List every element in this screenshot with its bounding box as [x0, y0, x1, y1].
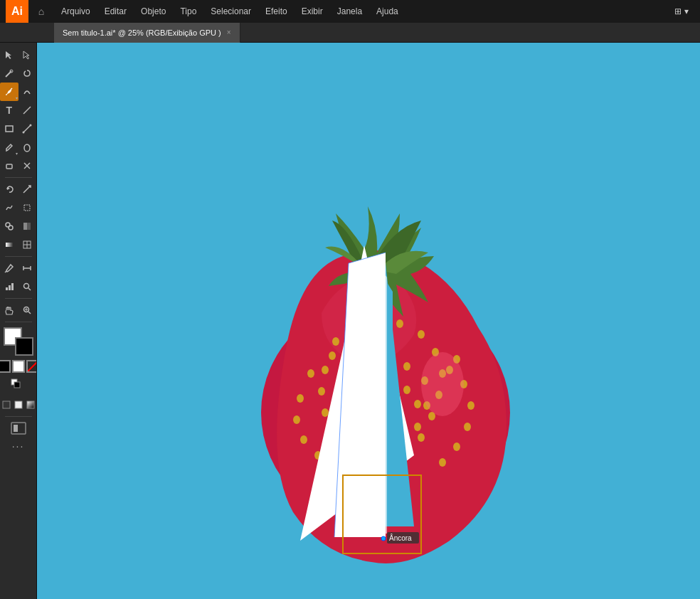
menu-exibir[interactable]: Exibir [295, 0, 330, 23]
shapebuilder-tools-row [0, 217, 36, 235]
live-paint-tool[interactable] [18, 217, 37, 235]
direct-select-tool[interactable] [18, 46, 37, 64]
pencil-tool[interactable]: ▾ [0, 138, 18, 157]
svg-line-5 [23, 125, 31, 132]
eraser-tools-row [0, 157, 36, 175]
tab-close-button[interactable]: × [227, 28, 231, 36]
tab-bar: Sem titulo-1.ai* @ 25% (RGB/Exibição GPU… [0, 23, 700, 43]
divider2 [5, 256, 32, 257]
svg-line-30 [28, 288, 31, 290]
measure-tool[interactable] [18, 259, 37, 277]
divider4 [5, 322, 32, 322]
line-tool[interactable] [18, 101, 37, 120]
none-color-box[interactable] [26, 360, 38, 373]
pen-tool[interactable]: ▾ [0, 83, 18, 101]
svg-point-48 [418, 330, 425, 339]
chart-tools-row [0, 277, 36, 296]
stroke-color[interactable] [15, 337, 33, 356]
lasso-tool[interactable] [18, 64, 37, 83]
svg-rect-26 [6, 287, 8, 290]
blob-brush-tool[interactable] [18, 138, 37, 157]
main-canvas: Âncora [37, 43, 700, 599]
black-square[interactable] [0, 396, 12, 414]
svg-rect-28 [11, 283, 14, 290]
svg-point-44 [332, 337, 339, 346]
eraser-tool[interactable] [0, 157, 18, 175]
svg-point-79 [403, 386, 410, 394]
menu-objeto[interactable]: Objeto [134, 0, 173, 23]
zoom-tool2[interactable] [18, 301, 37, 319]
document-tab[interactable]: Sem titulo-1.ai* @ 25% (RGB/Exibição GPU… [54, 23, 240, 43]
svg-point-6 [23, 132, 25, 134]
menubar: Arquivo Editar Objeto Tipo Selecionar Ef… [51, 0, 405, 23]
menu-janela[interactable]: Janela [330, 0, 369, 23]
chevron-icon: ▾ [684, 6, 689, 16]
shape-tools-row [0, 120, 36, 138]
free-transform-tool[interactable] [18, 198, 37, 217]
svg-point-82 [467, 401, 474, 410]
shape-builder-tool[interactable] [0, 217, 18, 235]
svg-point-83 [464, 423, 471, 431]
gradient-square[interactable] [24, 396, 36, 414]
rotate-tool[interactable] [0, 180, 18, 198]
menu-selecionar[interactable]: Selecionar [203, 0, 258, 23]
rectangle-tool[interactable] [0, 120, 18, 138]
type-tool[interactable]: T [0, 101, 18, 120]
gradient-tool[interactable] [0, 235, 18, 254]
symbol-tool[interactable] [9, 419, 28, 438]
eyedropper-tool[interactable] [0, 259, 18, 277]
svg-point-66 [403, 362, 410, 371]
svg-point-47 [396, 319, 403, 328]
scale-tool[interactable] [18, 180, 37, 198]
select-tools-row [0, 46, 36, 64]
svg-point-60 [318, 387, 325, 396]
svg-rect-38 [15, 401, 22, 408]
extra-tools-row1 [0, 377, 36, 396]
menu-editar[interactable]: Editar [97, 0, 134, 23]
svg-point-96 [381, 536, 386, 541]
grid-icon-area[interactable]: ⊞ ▾ [674, 6, 694, 16]
curvature-tool[interactable] [18, 83, 37, 101]
svg-point-88 [297, 394, 304, 403]
zoom-tool[interactable] [18, 277, 37, 296]
svg-rect-41 [14, 425, 18, 432]
svg-point-62 [329, 351, 336, 360]
pen-tools-row: ▾ [0, 83, 36, 101]
color-swatches[interactable] [2, 326, 35, 357]
menu-tipo[interactable]: Tipo [173, 0, 203, 23]
mesh-tool[interactable] [18, 235, 37, 254]
svg-point-9 [24, 144, 30, 152]
select-tool[interactable] [0, 46, 18, 64]
svg-rect-36 [14, 382, 20, 388]
menu-arquivo[interactable]: Arquivo [54, 0, 97, 23]
canvas-area[interactable]: Âncora [37, 43, 700, 599]
svg-point-93 [421, 352, 464, 416]
color-mode-icon[interactable] [9, 377, 28, 396]
extra-tools-row2 [0, 396, 36, 414]
stroke-box-white[interactable] [12, 360, 25, 373]
svg-rect-27 [9, 285, 11, 290]
svg-text:Âncora: Âncora [389, 534, 412, 542]
svg-rect-13 [24, 205, 30, 211]
magic-wand-tool[interactable] [0, 64, 18, 83]
scissors-tool[interactable] [18, 157, 37, 175]
svg-point-90 [300, 435, 307, 444]
svg-line-8 [11, 144, 12, 146]
warp-tool[interactable] [0, 198, 18, 217]
white-square[interactable] [12, 396, 24, 414]
divider5 [5, 416, 32, 417]
stroke-box-black[interactable] [0, 360, 11, 373]
title-bar: Ai ⌂ Arquivo Editar Objeto Tipo Selecion… [0, 0, 700, 23]
hand-tool[interactable] [0, 301, 18, 319]
svg-point-15 [9, 226, 13, 230]
menu-efeito[interactable]: Efeito [258, 0, 295, 23]
home-icon[interactable]: ⌂ [31, 1, 51, 21]
svg-line-2 [11, 88, 12, 90]
chart-tool[interactable] [0, 277, 18, 296]
ai-logo: Ai [6, 0, 28, 23]
shape-tool2[interactable] [18, 120, 37, 138]
svg-line-32 [28, 312, 31, 314]
more-tools[interactable]: ··· [12, 440, 25, 452]
menu-ajuda[interactable]: Ajuda [369, 0, 405, 23]
gradient-tools-row [0, 235, 36, 254]
